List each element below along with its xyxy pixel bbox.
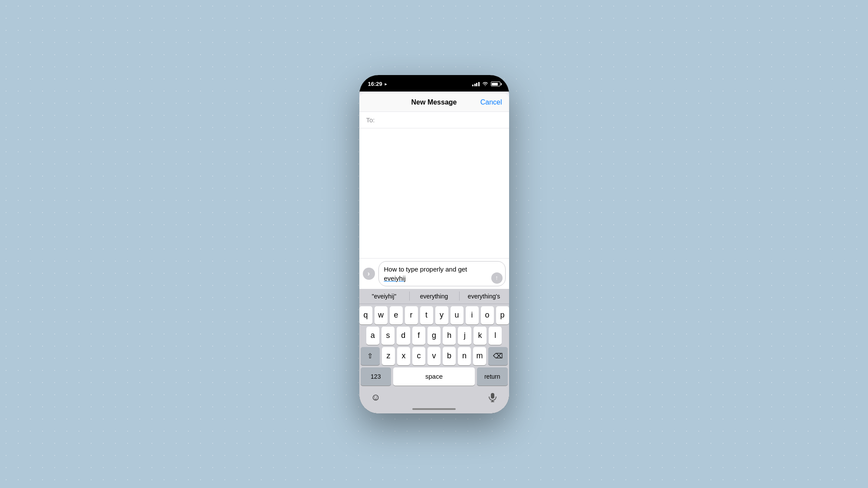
home-indicator <box>359 406 509 413</box>
message-text-before: How to type properly and get <box>384 265 467 273</box>
keyboard: q w e r t y u i o p a s <box>359 304 509 413</box>
key-w[interactable]: w <box>375 306 388 324</box>
key-r[interactable]: r <box>405 306 418 324</box>
key-n[interactable]: n <box>458 347 471 365</box>
key-q[interactable]: q <box>359 306 372 324</box>
autocomplete-item-1[interactable]: everything <box>409 289 459 304</box>
cancel-button[interactable]: Cancel <box>480 98 502 106</box>
key-k[interactable]: k <box>473 327 487 345</box>
key-p[interactable]: p <box>496 306 509 324</box>
key-f[interactable]: f <box>412 327 425 345</box>
location-icon: ► <box>384 82 388 86</box>
keyboard-row-4: 123 space return <box>359 365 509 387</box>
key-h[interactable]: h <box>443 327 456 345</box>
key-u[interactable]: u <box>450 306 464 324</box>
to-label: To: <box>366 116 375 124</box>
mic-key[interactable] <box>485 393 500 402</box>
emoji-key[interactable]: ☺ <box>368 392 384 403</box>
key-i[interactable]: i <box>466 306 479 324</box>
key-x[interactable]: x <box>397 347 410 365</box>
return-key[interactable]: return <box>477 367 508 386</box>
message-typed-text: eveiyhij <box>384 275 406 282</box>
key-o[interactable]: o <box>481 306 494 324</box>
svg-rect-0 <box>491 393 494 399</box>
key-z[interactable]: z <box>382 347 395 365</box>
emoji-icon: ☺ <box>371 392 380 403</box>
key-j[interactable]: j <box>458 327 471 345</box>
autocomplete-item-2[interactable]: everything's <box>459 289 509 304</box>
chevron-right-icon <box>368 270 370 278</box>
input-bar: How to type properly and get eveiyhij <box>359 258 509 289</box>
send-button[interactable] <box>491 272 503 284</box>
key-v[interactable]: v <box>427 347 441 365</box>
key-d[interactable]: d <box>397 327 410 345</box>
delete-key[interactable] <box>488 347 508 365</box>
screen-content: New Message Cancel To: How to ty <box>359 92 509 413</box>
key-t[interactable]: t <box>420 306 433 324</box>
battery-icon <box>491 82 500 86</box>
compose-window: New Message Cancel To: How to ty <box>359 93 509 413</box>
autocomplete-item-0[interactable]: "eveiyhij" <box>359 289 409 304</box>
keyboard-row-1: q w e r t y u i o p <box>359 304 509 324</box>
to-field[interactable]: To: <box>359 112 509 128</box>
message-body[interactable] <box>359 128 509 258</box>
shift-key[interactable] <box>361 347 380 365</box>
key-m[interactable]: m <box>473 347 486 365</box>
time-display: 16:29 <box>368 81 382 87</box>
keyboard-row-2: a s d f g h j k l <box>359 324 509 345</box>
phone-frame: 16:29 ► <box>359 75 509 413</box>
bottom-bar: ☺ <box>359 387 509 406</box>
key-s[interactable]: s <box>381 327 395 345</box>
delete-icon <box>493 352 503 360</box>
shift-icon <box>367 352 373 360</box>
key-e[interactable]: e <box>390 306 403 324</box>
status-icons <box>472 82 500 87</box>
keyboard-row-3: z x c v b n m <box>359 345 509 365</box>
message-input-bubble[interactable]: How to type properly and get eveiyhij <box>378 261 506 286</box>
numbers-key[interactable]: 123 <box>361 367 391 386</box>
key-b[interactable]: b <box>443 347 456 365</box>
compose-title: New Message <box>411 98 457 106</box>
wifi-icon <box>482 82 488 87</box>
microphone-icon <box>488 393 497 402</box>
key-c[interactable]: c <box>412 347 425 365</box>
compose-header: New Message Cancel <box>359 93 509 112</box>
phone-screen: 16:29 ► <box>359 75 509 413</box>
status-time: 16:29 ► <box>368 81 388 87</box>
send-arrow-icon <box>495 275 498 281</box>
home-bar <box>412 408 456 410</box>
key-g[interactable]: g <box>427 327 441 345</box>
expand-button[interactable] <box>363 268 375 280</box>
autocomplete-underlined-text: eveiyhij <box>384 275 406 282</box>
key-y[interactable]: y <box>435 306 448 324</box>
space-key[interactable]: space <box>393 367 475 386</box>
key-l[interactable]: l <box>489 327 502 345</box>
autocomplete-bar: "eveiyhij" everything everything's <box>359 289 509 304</box>
message-input-text: How to type properly and get eveiyhij <box>384 265 490 283</box>
signal-bars <box>472 82 480 86</box>
status-bar: 16:29 ► <box>359 75 509 92</box>
key-a[interactable]: a <box>366 327 379 345</box>
